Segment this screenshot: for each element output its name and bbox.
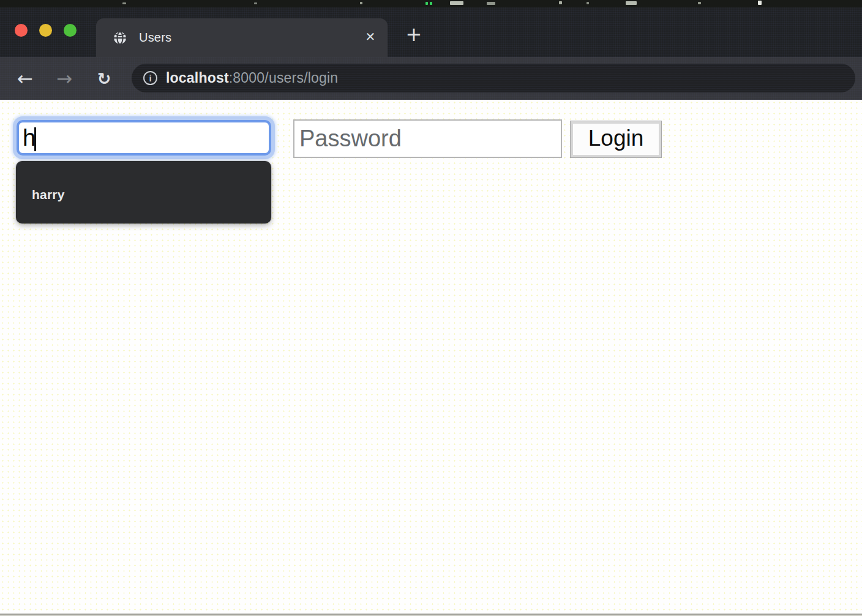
back-icon: ← — [17, 69, 33, 88]
minimize-window-button[interactable] — [39, 24, 52, 37]
background-artifact — [360, 2, 362, 4]
background-artifact — [698, 2, 701, 4]
plus-icon: + — [406, 23, 422, 46]
page-content: harry Login — [0, 100, 862, 616]
forward-icon: → — [56, 69, 72, 88]
password-input[interactable] — [293, 119, 562, 158]
reload-button[interactable]: ↻ — [92, 67, 116, 90]
zoom-window-button[interactable] — [64, 24, 77, 37]
reload-icon: ↻ — [97, 70, 111, 87]
globe-icon — [113, 31, 127, 45]
background-artifact — [559, 1, 562, 4]
close-window-button[interactable] — [15, 24, 28, 37]
tab-close-button[interactable]: ✕ — [361, 27, 380, 47]
login-button[interactable]: Login — [570, 121, 662, 158]
tab-users[interactable]: Users ✕ — [96, 18, 388, 57]
username-input[interactable] — [17, 120, 271, 156]
new-tab-button[interactable]: + — [403, 24, 424, 45]
background-artifact — [626, 1, 637, 5]
browser-toolbar: ← → ↻ i localhost:8000/users/login — [0, 57, 862, 100]
background-artifact — [430, 2, 432, 5]
window-controls — [15, 24, 77, 37]
autocomplete-dropdown: harry — [16, 161, 271, 223]
background-artifact — [450, 1, 463, 5]
forward-button[interactable]: → — [53, 67, 76, 90]
url-path: :8000/users/login — [229, 70, 339, 86]
text-caret — [34, 127, 36, 151]
address-bar[interactable]: i localhost:8000/users/login — [132, 64, 855, 92]
background-artifact — [587, 2, 589, 4]
url-text: localhost:8000/users/login — [166, 70, 338, 86]
background-artifact — [487, 2, 495, 5]
close-icon: ✕ — [365, 29, 376, 44]
url-host: localhost — [166, 70, 229, 86]
tab-title: Users — [139, 31, 388, 45]
background-artifact — [254, 2, 257, 4]
site-info-icon[interactable]: i — [143, 71, 157, 85]
background-window-strip — [0, 0, 862, 7]
background-artifact — [758, 1, 762, 5]
back-button[interactable]: ← — [13, 67, 37, 90]
tab-bar: Users ✕ + — [0, 7, 862, 57]
background-artifact — [425, 2, 428, 5]
autocomplete-item[interactable]: harry — [16, 183, 271, 202]
background-artifact — [122, 2, 126, 4]
